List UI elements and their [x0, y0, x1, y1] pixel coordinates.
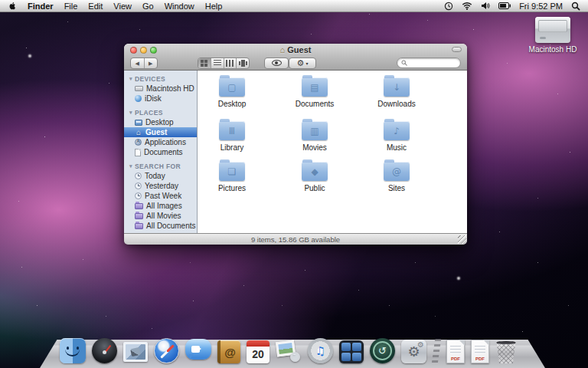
dock-system-preferences-icon[interactable]: ⚙⚙ — [401, 340, 426, 363]
toolbar-toggle-button[interactable] — [452, 47, 462, 52]
documents-emblem-icon: ▤ — [302, 77, 328, 97]
sidebar-item-applications[interactable]: Applications — [124, 137, 197, 147]
sidebar-item-desktop[interactable]: Desktop — [124, 117, 197, 127]
dock-ichat-icon[interactable] — [185, 339, 211, 360]
movies-emblem-icon: ▥ — [302, 121, 328, 140]
menu-bar-left: Finder File Edit View Go Window Help — [0, 1, 222, 11]
dock-stack-document-2[interactable]: PDF — [471, 340, 489, 363]
sidebar-item-yesterday[interactable]: Yesterday — [124, 181, 197, 191]
folder-label: Desktop — [201, 100, 263, 108]
dock-trash-icon[interactable] — [495, 341, 517, 363]
dock-separator[interactable] — [432, 339, 441, 363]
battery-menu-icon[interactable] — [498, 2, 511, 9]
pdf-label: PDF — [447, 356, 464, 361]
minimize-button[interactable] — [140, 47, 147, 54]
toolbar: ◀ ▶ ⚙ ▾ — [124, 56, 467, 70]
coverflow-view-icon — [239, 60, 247, 67]
dock-address-book-icon[interactable]: @ — [217, 340, 240, 363]
sidebar-section-places[interactable]: ▾ PLACES — [124, 107, 197, 117]
zoom-button[interactable] — [150, 47, 157, 54]
folder-icon: @ — [384, 162, 410, 181]
dock-dashboard-icon[interactable] — [92, 338, 117, 363]
menu-view[interactable]: View — [113, 2, 132, 11]
disclosure-triangle-icon[interactable]: ▾ — [129, 76, 132, 82]
dock: @ 20 ♫ ↺ ⚙⚙ PDF PDF — [40, 330, 545, 368]
wifi-menu-icon[interactable] — [462, 2, 472, 10]
sidebar-section-search-for[interactable]: ▾ SEARCH FOR — [124, 161, 197, 171]
sidebar-item-guest[interactable]: ⌂ Guest — [124, 127, 197, 137]
dock-preview-icon[interactable] — [276, 340, 302, 363]
sidebar-item-macintosh-hd[interactable]: Macintosh HD — [124, 84, 197, 94]
folder-item-music[interactable]: ♪ Music — [366, 118, 427, 152]
desktop-volume-macintosh-hd[interactable]: Macintosh HD — [522, 17, 583, 54]
folder-item-pictures[interactable]: ❏ Pictures — [201, 159, 263, 192]
pictures-emblem-icon: ❏ — [219, 162, 245, 181]
menu-file[interactable]: File — [64, 2, 78, 11]
dock-itunes-icon[interactable]: ♫ — [308, 338, 333, 363]
dock-finder-icon[interactable] — [60, 338, 86, 363]
dock-ical-icon[interactable]: 20 — [247, 340, 270, 363]
menu-window[interactable]: Window — [165, 2, 194, 11]
spotlight-icon[interactable] — [571, 2, 580, 11]
folder-item-desktop[interactable]: ▢ Desktop — [201, 74, 263, 108]
disclosure-triangle-icon[interactable]: ▾ — [129, 110, 132, 116]
search-input[interactable] — [410, 59, 456, 67]
resize-grip[interactable] — [458, 235, 466, 244]
menu-edit[interactable]: Edit — [88, 2, 103, 11]
sidebar-item-all-movies[interactable]: All Movies — [124, 211, 197, 221]
coverflow-view-button[interactable] — [236, 58, 249, 68]
close-button[interactable] — [130, 47, 137, 54]
time-machine-arrow-icon: ↺ — [378, 345, 387, 356]
volume-menu-icon[interactable] — [481, 2, 490, 10]
folder-item-library[interactable]: Ⅲ Library — [201, 118, 263, 152]
sidebar-item-label: iDisk — [145, 94, 162, 103]
menu-go[interactable]: Go — [142, 2, 154, 11]
back-button[interactable]: ◀ — [131, 58, 144, 68]
music-note-icon: ♫ — [315, 344, 325, 358]
sidebar-item-today[interactable]: Today — [124, 171, 197, 181]
desktop-screen: Finder File Edit View Go Window Help Fri… — [0, 0, 588, 368]
dock-mail-icon[interactable] — [123, 342, 148, 362]
library-emblem-icon: Ⅲ — [219, 121, 245, 140]
disclosure-triangle-icon[interactable]: ▾ — [129, 163, 132, 169]
section-header-label: PLACES — [135, 109, 163, 117]
sidebar: ▾ DEVICES Macintosh HD iDisk ▾ PLACES — [124, 71, 198, 233]
sidebar-item-past-week[interactable]: Past Week — [124, 191, 197, 201]
search-icon — [401, 60, 407, 66]
hard-drive-icon[interactable] — [535, 17, 570, 43]
space-tile — [341, 343, 351, 351]
window-header[interactable]: ⌂ Guest ◀ ▶ ⚙ ▾ — [124, 44, 467, 71]
forward-button[interactable]: ▶ — [144, 58, 158, 68]
apple-menu-icon[interactable] — [8, 1, 17, 11]
dock-stack-document-1[interactable]: PDF — [446, 340, 465, 363]
sidebar-item-all-images[interactable]: All Images — [124, 201, 197, 211]
column-view-button[interactable] — [224, 58, 237, 68]
search-field[interactable] — [397, 58, 461, 68]
section-header-label: SEARCH FOR — [135, 163, 181, 170]
dock-time-machine-icon[interactable]: ↺ — [370, 338, 395, 363]
menu-bar-clock[interactable]: Fri 9:52 PM — [519, 2, 563, 11]
action-menu-button[interactable]: ⚙ ▾ — [289, 58, 316, 69]
downloads-emblem-icon: ↓ — [384, 77, 410, 97]
title-bar[interactable]: ⌂ Guest — [124, 44, 467, 56]
sidebar-item-idisk[interactable]: iDisk — [124, 94, 197, 104]
gear-icon: ⚙ — [417, 341, 424, 349]
window-controls — [130, 47, 157, 54]
folder-item-downloads[interactable]: ↓ Downloads — [366, 74, 427, 108]
icon-view-button[interactable] — [198, 58, 211, 68]
sidebar-item-label: Yesterday — [145, 182, 178, 190]
menu-help[interactable]: Help — [205, 2, 223, 11]
menu-finder[interactable]: Finder — [28, 2, 54, 11]
dock-spaces-icon[interactable] — [339, 340, 364, 363]
quick-look-button[interactable] — [264, 58, 289, 69]
folder-item-movies[interactable]: ▥ Movies — [284, 118, 345, 152]
folder-item-sites[interactable]: @ Sites — [366, 159, 427, 192]
dock-safari-icon[interactable] — [154, 338, 179, 363]
sidebar-item-documents[interactable]: Documents — [124, 147, 197, 157]
sidebar-section-devices[interactable]: ▾ DEVICES — [124, 74, 197, 84]
list-view-button[interactable] — [211, 58, 224, 68]
sidebar-item-all-documents[interactable]: All Documents — [124, 221, 197, 231]
folder-item-public[interactable]: ◆ Public — [284, 159, 345, 192]
time-machine-menu-icon[interactable] — [444, 2, 453, 11]
folder-item-documents[interactable]: ▤ Documents — [284, 74, 345, 108]
